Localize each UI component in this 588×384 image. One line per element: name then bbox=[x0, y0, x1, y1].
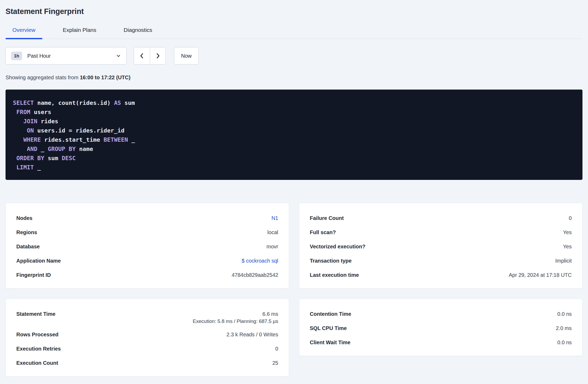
tab-diagnostics[interactable]: Diagnostics bbox=[117, 27, 159, 39]
row-label: Failure Count bbox=[310, 215, 344, 221]
row-value: 0.0 ns bbox=[557, 311, 572, 317]
time-toolbar: 1h Past Hour bbox=[6, 47, 582, 65]
row-label: Database bbox=[16, 244, 40, 250]
overview-details-right-card: Failure Count0Full scan?YesVectorized ex… bbox=[299, 203, 582, 289]
sql-statement: SELECT name, count(rides.id) AS sum FROM… bbox=[6, 90, 582, 180]
row-value: Yes bbox=[563, 229, 572, 235]
row-value: 0.0 ns bbox=[557, 339, 572, 346]
time-step-buttons bbox=[134, 47, 166, 65]
row-value: local bbox=[267, 229, 278, 235]
tab-explain-plans[interactable]: Explain Plans bbox=[56, 27, 103, 39]
sql-line: AND _ GROUP BY name bbox=[13, 144, 575, 154]
row-value-link[interactable]: $ cockroach sql bbox=[242, 258, 278, 264]
row-label: Execution Retries bbox=[16, 346, 61, 352]
aggregated-stats-caption: Showing aggregated stats from 16:00 to 1… bbox=[6, 74, 582, 81]
row-subvalue: Execution: 5.8 ms / Planning: 687.5 µs bbox=[16, 318, 278, 327]
row-label: Client Wait Time bbox=[310, 339, 350, 346]
execution-stats-left-card: Statement Time6.6 msExecution: 5.8 ms / … bbox=[6, 299, 289, 377]
row-label: Full scan? bbox=[310, 229, 336, 235]
caption-time-range: 16:00 to 17:22 (UTC) bbox=[80, 75, 130, 80]
page-title: Statement Fingerprint bbox=[6, 6, 582, 16]
card-row: Statement Time6.6 msExecution: 5.8 ms / … bbox=[16, 307, 278, 327]
card-row: Execution Retries0 bbox=[16, 342, 278, 356]
row-label: Transaction type bbox=[310, 258, 352, 264]
tab-overview[interactable]: Overview bbox=[6, 27, 42, 39]
card-row: Last execution timeApr 29, 2024 at 17:18… bbox=[310, 268, 572, 282]
sql-line: ORDER BY sum DESC bbox=[13, 154, 575, 163]
card-row: Application Name$ cockroach sql bbox=[16, 254, 278, 268]
card-row: Client Wait Time0.0 ns bbox=[310, 335, 572, 349]
row-label: Vectorized execution? bbox=[310, 244, 365, 250]
next-time-button[interactable] bbox=[150, 47, 166, 64]
tab-bar: Overview Explain Plans Diagnostics bbox=[6, 27, 582, 39]
previous-time-button[interactable] bbox=[134, 47, 150, 64]
row-value: Implicit bbox=[555, 258, 572, 264]
card-row: SQL CPU Time2.0 ms bbox=[310, 321, 572, 335]
time-range-dropdown[interactable]: 1h Past Hour bbox=[6, 47, 127, 65]
row-value: 25 bbox=[272, 360, 278, 366]
time-range-badge: 1h bbox=[11, 52, 22, 60]
summary-cards: NodesN1RegionslocalDatabasemovrApplicati… bbox=[6, 203, 582, 377]
row-value: 6.6 ms bbox=[262, 311, 278, 317]
row-label: Last execution time bbox=[310, 272, 359, 278]
row-label: Nodes bbox=[16, 215, 32, 221]
sql-line: FROM users bbox=[13, 107, 575, 117]
chevron-left-icon bbox=[139, 53, 145, 59]
row-value: Apr 29, 2024 at 17:18 UTC bbox=[509, 272, 572, 278]
card-row: NodesN1 bbox=[16, 211, 278, 225]
row-value: 2.0 ms bbox=[556, 325, 572, 331]
card-row: Transaction typeImplicit bbox=[310, 254, 572, 268]
statement-fingerprint-page: Statement Fingerprint Overview Explain P… bbox=[0, 0, 588, 377]
row-label: SQL CPU Time bbox=[310, 325, 347, 331]
card-row: Regionslocal bbox=[16, 225, 278, 239]
sql-line: SELECT name, count(rides.id) AS sum bbox=[13, 98, 575, 107]
sql-line: LIMIT _ bbox=[13, 163, 575, 172]
row-value: 0 bbox=[569, 215, 572, 221]
now-button[interactable]: Now bbox=[174, 47, 199, 65]
chevron-right-icon bbox=[155, 53, 161, 59]
card-row: Execution Count25 bbox=[16, 356, 278, 370]
card-row: Fingerprint ID4784cb829aab2542 bbox=[16, 268, 278, 282]
card-row: Vectorized execution?Yes bbox=[310, 239, 572, 254]
sql-line: ON users.id = rides.rider_id bbox=[13, 126, 575, 135]
card-row: Contention Time0.0 ns bbox=[310, 307, 572, 321]
row-label: Contention Time bbox=[310, 311, 351, 317]
card-row: Databasemovr bbox=[16, 239, 278, 254]
sql-line: WHERE rides.start_time BETWEEN _ bbox=[13, 135, 575, 144]
caption-prefix: Showing aggregated stats from bbox=[6, 75, 80, 80]
row-label: Statement Time bbox=[16, 311, 56, 317]
card-row: Failure Count0 bbox=[310, 211, 572, 225]
row-value: Yes bbox=[563, 244, 572, 250]
row-label: Fingerprint ID bbox=[16, 272, 51, 278]
row-label: Regions bbox=[16, 229, 37, 235]
chevron-down-icon bbox=[116, 53, 121, 58]
row-value-link[interactable]: N1 bbox=[271, 215, 278, 221]
row-value: 4784cb829aab2542 bbox=[232, 272, 278, 278]
row-value: movr bbox=[267, 244, 278, 250]
card-row: Full scan?Yes bbox=[310, 225, 572, 239]
execution-stats-right-card: Contention Time0.0 nsSQL CPU Time2.0 msC… bbox=[299, 299, 582, 356]
row-value: 2.3 k Reads / 0 Writes bbox=[227, 332, 278, 338]
overview-details-left-card: NodesN1RegionslocalDatabasemovrApplicati… bbox=[6, 203, 289, 289]
sql-line: JOIN rides bbox=[13, 117, 575, 126]
row-label: Application Name bbox=[16, 258, 61, 264]
time-range-label: Past Hour bbox=[27, 53, 51, 59]
row-label: Execution Count bbox=[16, 360, 58, 366]
row-value: 0 bbox=[275, 346, 278, 352]
card-row: Rows Processed2.3 k Reads / 0 Writes bbox=[16, 327, 278, 342]
row-label: Rows Processed bbox=[16, 332, 58, 338]
